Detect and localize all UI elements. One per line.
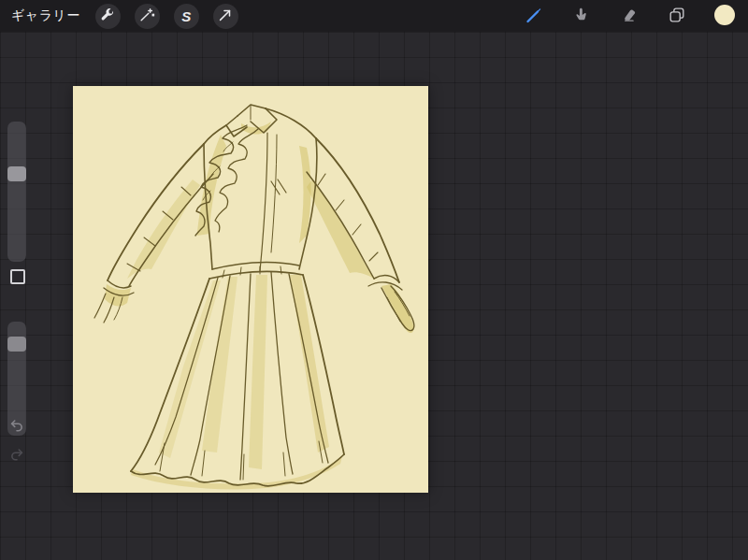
adjustments-button[interactable] <box>135 4 160 29</box>
smudge-button[interactable] <box>568 4 594 29</box>
drawing-canvas[interactable] <box>73 86 428 493</box>
finger-icon <box>572 6 591 27</box>
redo-button[interactable] <box>6 444 28 467</box>
top-toolbar: ギャラリー S <box>0 0 748 32</box>
brush-size-handle[interactable] <box>7 166 26 181</box>
erase-button[interactable] <box>616 4 641 29</box>
undo-arrow-icon <box>8 417 25 437</box>
undo-button[interactable] <box>6 415 28 438</box>
opacity-handle[interactable] <box>7 337 26 352</box>
color-button[interactable] <box>712 4 737 29</box>
actions-button[interactable] <box>95 4 121 29</box>
redo-arrow-icon <box>8 446 25 466</box>
drawing-app: ギャラリー S <box>0 0 748 560</box>
toolbar-right <box>498 4 737 29</box>
color-swatch-icon <box>713 4 736 29</box>
layers-button[interactable] <box>664 4 689 29</box>
transform-button[interactable] <box>213 4 238 29</box>
modify-button[interactable] <box>10 269 25 284</box>
workspace <box>0 32 748 560</box>
gallery-button[interactable]: ギャラリー <box>11 7 80 24</box>
brush-size-slider[interactable] <box>7 122 26 262</box>
arrow-cursor-icon <box>217 7 234 26</box>
layers-icon <box>668 6 686 27</box>
paint-button[interactable] <box>521 4 546 29</box>
magic-wand-icon <box>138 7 155 26</box>
wrench-icon <box>99 7 116 26</box>
eraser-icon <box>620 6 639 27</box>
sidebar <box>7 32 26 560</box>
brush-icon <box>524 5 544 28</box>
selection-s-icon: S <box>181 9 191 23</box>
toolbar-left: ギャラリー S <box>11 4 238 29</box>
selection-button[interactable]: S <box>174 4 199 29</box>
dress-sketch <box>73 86 428 493</box>
